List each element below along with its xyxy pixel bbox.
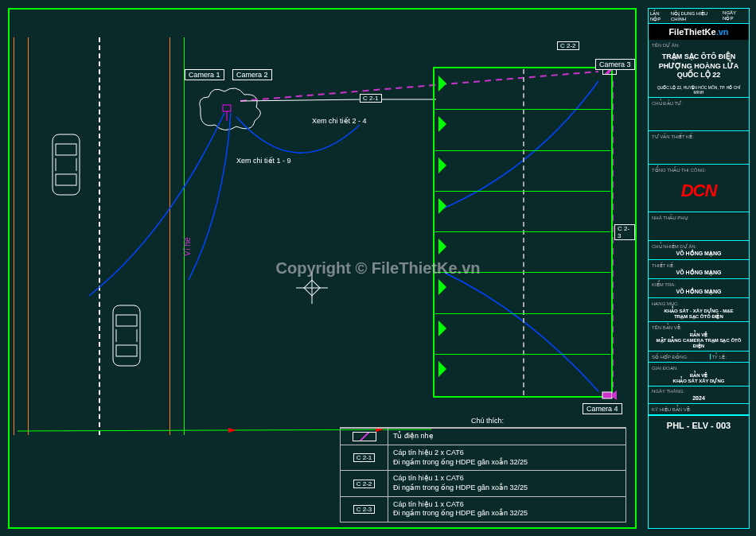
proj-t2: PHƯỢNG HOÀNG LỬA xyxy=(653,62,744,72)
titleblock: LẦN NỘP NỘI DUNG HIỆU CHỈNH NGÀY NỘP Fil… xyxy=(648,8,750,529)
camera4-symbol xyxy=(601,389,617,405)
car-bottom xyxy=(111,304,142,367)
legend-sym-c21: C 2-1 xyxy=(353,453,376,462)
subcontractor-label: NHÀ THẦU PHỤ: xyxy=(652,215,746,220)
checker-label: KIỂM TRA: xyxy=(652,282,746,287)
dwg-code-label: KÝ HIỆU BẢN VẼ: xyxy=(652,406,746,412)
camera3-label: Camera 3 xyxy=(595,59,635,70)
checker-value: VÕ HỒNG MẠNG xyxy=(652,287,746,295)
cable-tag-c23: C 2-3 xyxy=(614,224,635,240)
designer-label: THIẾT KẾ: xyxy=(652,262,746,268)
consultant-label: TƯ VẤN THIẾT KẾ: xyxy=(652,134,746,139)
camera1-label: Camera 1 xyxy=(185,69,224,80)
category-label: HẠNG MỤC: xyxy=(652,301,746,306)
camera-pole-detail xyxy=(193,85,264,133)
detail-note-2-4: Xem chi tiết 2 - 4 xyxy=(312,117,367,125)
svg-marker-25 xyxy=(438,198,446,214)
dwg-name-value: BẢN VẼ MẶT BẰNG CAMERA TRẠM SẠC ÔTÔ ĐIỆN xyxy=(652,330,746,348)
category-value: KHẢO SÁT - XÂY DỰNG - M&E TRẠM SẠC ÔTÔ Đ… xyxy=(652,306,746,319)
legend-row-3-text: Cáp tín hiệu 1 x CAT6 Đi ngầm trong ống … xyxy=(388,497,625,522)
road xyxy=(14,37,185,435)
svg-marker-27 xyxy=(438,279,446,295)
legend-row-1-text: Cáp tín hiệu 2 x CAT6 Đi ngầm trong ống … xyxy=(388,445,625,470)
svg-rect-10 xyxy=(223,105,231,111)
svg-rect-19 xyxy=(304,280,320,296)
svg-rect-1 xyxy=(56,144,76,155)
dwg-name-label: TÊN BẢN VẼ: xyxy=(652,324,746,330)
brand-logo: FileThietKe.vn xyxy=(649,24,749,40)
svg-marker-23 xyxy=(438,116,446,132)
camera2-label: Camera 2 xyxy=(232,69,272,80)
designer-value: VÕ HỒNG MẠNG xyxy=(652,268,746,276)
dcn-logo: DCN xyxy=(652,173,746,209)
owner-label: CHỦ ĐẦU TƯ: xyxy=(652,100,746,106)
contract-label: SỐ HỢP ĐỒNG: xyxy=(652,354,708,359)
svg-rect-32 xyxy=(602,392,612,398)
scale-label: TỶ LỆ: xyxy=(712,354,746,359)
car-top xyxy=(51,133,81,196)
parking-area xyxy=(435,69,610,395)
detail-note-1-9: Xem chi tiết 1 - 9 xyxy=(236,157,291,165)
tb-h2: NỘI DUNG HIỆU CHỈNH xyxy=(671,10,723,21)
svg-rect-6 xyxy=(116,315,137,326)
svg-rect-2 xyxy=(56,174,76,185)
svg-rect-7 xyxy=(116,345,137,356)
svg-rect-0 xyxy=(53,134,80,195)
svg-marker-28 xyxy=(438,320,446,336)
proj-t3: QUỐC LỘ 22 xyxy=(653,71,744,80)
contractor-label: TỔNG THẦU THI CÔNG: xyxy=(652,167,746,173)
panel-symbol-icon xyxy=(353,432,376,441)
camera4-label: Camera 4 xyxy=(583,403,622,414)
svg-marker-26 xyxy=(438,239,446,254)
legend-sym-c23: C 2-3 xyxy=(353,505,376,514)
phase-label: GIAI ĐOẠN: xyxy=(652,365,746,371)
project-label: TÊN DỰ ÁN: xyxy=(652,42,746,48)
drawing-canvas: Vỉ hè Camera 1 Camera 2 Xem chi tiết 2 -… xyxy=(8,8,637,529)
svg-marker-29 xyxy=(438,361,446,377)
svg-marker-24 xyxy=(438,157,446,173)
pm-value: VÕ HỒNG MẠNG xyxy=(652,249,746,257)
cable-tag-c21: C 2-1 xyxy=(360,94,382,103)
tb-h1: LẦN NỘP xyxy=(650,10,671,21)
legend-sym-c22: C 2-2 xyxy=(353,480,376,488)
tb-h3: NGÀY NỘP xyxy=(723,10,747,21)
date-value: 2024 xyxy=(652,394,746,401)
proj-sub: QUỐC LỘ 22, HUYỆN HÓC MÔN, TP. HỒ CHÍ MI… xyxy=(652,85,746,95)
legend-title: Chú thích: xyxy=(471,417,504,425)
phase-value: BẢN VẼ KHẢO SÁT XÂY DỰNG xyxy=(652,371,746,383)
pm-label: CHỦ NHIỆM DỰ ÁN: xyxy=(652,243,746,249)
svg-marker-22 xyxy=(438,76,446,91)
sidewalk-label: Vỉ hè xyxy=(183,237,192,256)
svg-rect-5 xyxy=(113,305,140,366)
legend-row-2-text: Cáp tín hiệu 1 x CAT6 Đi ngầm trong ống … xyxy=(388,471,625,495)
drawing-number: PHL - ELV - 003 xyxy=(649,415,749,435)
cable-tag-c22: C 2-2 xyxy=(557,41,579,50)
proj-t1: TRẠM SẠC ÔTÔ ĐIỆN xyxy=(653,52,744,62)
svg-marker-17 xyxy=(228,428,236,433)
svg-marker-33 xyxy=(612,390,617,400)
legend-row-0-text: Tủ điện nhẹ xyxy=(388,429,625,445)
legend-table: Tủ điện nhẹ C 2-1 Cáp tín hiệu 2 x CAT6 … xyxy=(340,427,626,522)
